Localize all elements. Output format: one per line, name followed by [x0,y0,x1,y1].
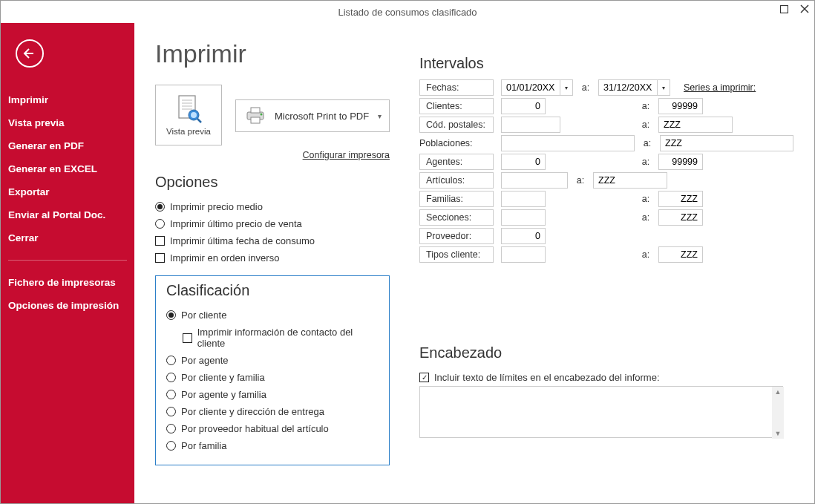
class-cliente-direccion-radio[interactable] [166,407,176,416]
a-label: a: [641,101,651,111]
articulos-to-input[interactable] [593,172,667,189]
class-cliente-familia-label: Por cliente y familia [181,372,265,383]
svg-rect-14 [251,117,260,123]
poblaciones-from-input[interactable] [501,135,635,151]
header-textarea[interactable] [419,386,783,438]
class-familia-label: Por familia [181,440,226,451]
sidebar-item-fichero-impresoras[interactable]: Fichero de impresoras [1,271,134,294]
agentes-label: Agentes: [419,154,494,170]
option-ultima-fecha-checkbox[interactable] [155,236,165,246]
codpost-from-input[interactable] [501,117,560,133]
class-familia-radio[interactable] [166,441,176,451]
class-por-agente-label: Por agente [181,355,229,366]
class-por-cliente-label: Por cliente [181,310,226,321]
familias-from-input[interactable] [501,191,546,207]
sidebar-item-vista-previa[interactable]: Vista previa [1,111,134,134]
scroll-up-icon[interactable]: ▲ [773,387,783,397]
proveedor-from-input[interactable] [501,228,546,244]
a-label: a: [641,249,651,260]
svg-line-11 [197,119,201,122]
sidebar-item-pdf[interactable]: Generar en PDF [1,134,134,157]
a-label: a: [575,175,586,186]
option-orden-inverso-checkbox[interactable] [155,253,165,263]
poblaciones-label: Poblaciones: [419,135,494,151]
printer-select[interactable]: Microsoft Print to PDF ▾ [235,99,390,132]
a-label: a: [641,194,651,204]
sidebar-item-exportar[interactable]: Exportar [1,180,134,203]
poblaciones-to-input[interactable] [660,135,793,151]
svg-rect-13 [251,108,260,113]
secciones-from-input[interactable] [501,209,546,226]
textarea-scrollbar[interactable]: ▲ ▼ [772,387,784,439]
svg-rect-0 [780,5,788,13]
articulos-label: Artículos: [419,172,494,189]
class-contact-label: Imprimir información de contacto del cli… [197,327,379,349]
agentes-from-input[interactable] [501,154,546,170]
option-precio-medio-label: Imprimir precio medio [170,201,263,212]
classification-box: Clasificación Por cliente Imprimir infor… [155,275,390,465]
class-cliente-direccion-label: Por cliente y dirección de entrega [181,406,324,417]
series-link[interactable]: Series a imprimir: [684,82,756,93]
window-title: Listado de consumos clasificado [338,7,477,18]
clientes-label: Clientes: [419,98,494,114]
fechas-to-input[interactable] [598,79,658,96]
main-panel: Imprimir Vista previa [134,23,814,503]
sidebar-item-portal[interactable]: Enviar al Portal Doc. [1,203,134,226]
header-include-label: Incluir texto de límites en el encabezad… [434,372,660,383]
configure-printer-link[interactable]: Configurar impresora [303,150,390,160]
fechas-from-input[interactable] [501,79,560,96]
sidebar-item-excel[interactable]: Generar en EXCEL [1,157,134,180]
class-por-agente-radio[interactable] [166,356,176,365]
app-window: Listado de consumos clasificado Imprimir… [0,0,815,504]
codpost-to-input[interactable] [658,117,733,133]
codpost-label: Cód. postales: [419,117,494,133]
a-label: a: [641,157,651,167]
option-ultima-fecha-label: Imprimir última fecha de consumo [170,235,315,246]
a-label: a: [641,212,651,223]
printer-name: Microsoft Print to PDF [275,111,369,122]
class-contact-checkbox[interactable] [183,333,192,343]
restore-icon[interactable] [779,4,789,14]
sidebar-item-imprimir[interactable]: Imprimir [1,88,134,111]
secciones-to-input[interactable] [658,209,703,226]
a-label: a: [642,138,652,148]
tipos-to-input[interactable] [658,246,703,263]
articulos-from-input[interactable] [501,172,568,189]
secciones-label: Secciones: [419,209,494,226]
close-icon[interactable] [799,4,810,14]
familias-to-input[interactable] [658,191,703,207]
back-button[interactable] [16,39,44,68]
familias-label: Familias: [419,191,494,207]
clientes-from-input[interactable] [501,98,546,114]
class-agente-familia-label: Por agente y familia [181,389,266,400]
class-cliente-familia-radio[interactable] [166,373,176,382]
option-ultimo-precio-radio[interactable] [155,219,165,229]
fechas-from-dropdown[interactable]: ▾ [560,79,573,96]
class-proveedor-label: Por proveedor habitual del artículo [181,423,329,434]
svg-point-15 [261,114,263,116]
agentes-to-input[interactable] [658,154,703,170]
printer-icon [245,106,266,125]
option-precio-medio-radio[interactable] [155,202,165,212]
clientes-to-input[interactable] [658,98,703,114]
sidebar: Imprimir Vista previa Generar en PDF Gen… [1,23,134,503]
preview-button[interactable]: Vista previa [155,85,222,145]
header-heading: Encabezado [419,344,793,361]
fechas-to-dropdown[interactable]: ▾ [657,79,670,96]
header-include-checkbox[interactable] [419,373,429,382]
sidebar-item-opciones-impresion[interactable]: Opciones de impresión [1,294,134,317]
options-heading: Opciones [155,174,390,191]
class-agente-familia-radio[interactable] [166,390,176,399]
a-label: a: [580,82,591,93]
sidebar-item-cerrar[interactable]: Cerrar [1,226,134,249]
arrow-left-icon [22,46,37,61]
tipos-label: Tipos cliente: [419,246,494,263]
class-proveedor-radio[interactable] [166,424,176,433]
chevron-down-icon: ▾ [378,112,382,120]
a-label: a: [641,120,651,130]
scroll-down-icon[interactable]: ▼ [773,428,783,439]
class-por-cliente-radio[interactable] [166,310,176,320]
option-ultimo-precio-label: Imprimir último precio de venta [170,218,302,229]
tipos-from-input[interactable] [501,246,546,263]
titlebar: Listado de consumos clasificado [1,1,814,23]
